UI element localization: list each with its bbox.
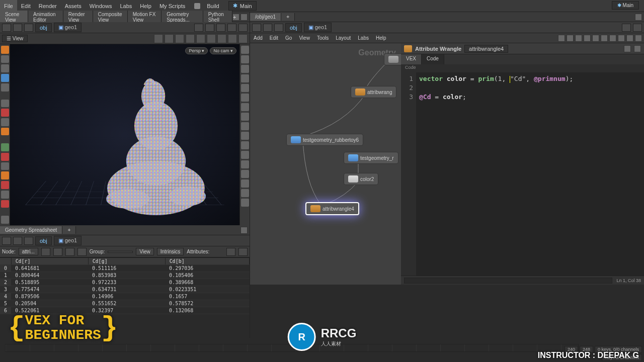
net-ico10-icon[interactable] (635, 35, 642, 42)
code-area[interactable]: 123 vector color = prim(1, "Cd", @primnu… (401, 72, 644, 276)
sheet-icon-pts[interactable] (41, 248, 50, 256)
tab-motionfx-view[interactable]: Motion FX View (128, 11, 162, 24)
table-row[interactable]: 30.7754740.6347310.0223351 (0, 286, 250, 293)
net-menu-tools[interactable]: Tools (313, 32, 332, 44)
net-ico4-icon[interactable] (584, 35, 591, 42)
nocam-pill[interactable]: No cam ▾ (210, 47, 236, 54)
timeline-start[interactable]: 240 (565, 346, 578, 353)
disp-tool11-icon[interactable] (241, 141, 249, 149)
disp-tool6-icon[interactable] (241, 94, 249, 102)
vp-tool5-icon[interactable] (196, 34, 205, 43)
vp-tool6-icon[interactable] (207, 34, 216, 43)
tool-select-icon[interactable] (1, 55, 9, 63)
code-body[interactable]: vector color = prim(1, "Cd", @primnum); … (416, 72, 644, 276)
view-dropdown[interactable]: ☰ View (2, 35, 28, 42)
tab-add-network[interactable]: + (281, 13, 295, 21)
viewport-3d[interactable]: Persp ▾ No cam ▾ (10, 44, 239, 225)
path-fwd-icon[interactable] (13, 24, 22, 32)
tool-light-icon[interactable] (1, 128, 9, 136)
disp-tool3-icon[interactable] (241, 65, 249, 73)
wrangle-name-field[interactable]: attribwrangle4 (464, 45, 508, 53)
tool-move-icon[interactable] (1, 64, 9, 72)
disp-tool13-icon[interactable] (241, 160, 249, 168)
timeline-keys[interactable]: 0 keys, 0/0 channels (595, 346, 642, 353)
net-ico6-icon[interactable] (601, 35, 608, 42)
sheet-icon-vtx[interactable] (65, 248, 74, 256)
tab-obj-geo1[interactable]: /obj/geo1 (250, 13, 281, 21)
tab-dropdown-icon[interactable] (240, 14, 248, 21)
table-row[interactable]: 60.5220610.323970.132068 (0, 307, 250, 314)
main-dropdown[interactable]: ✱ Main (228, 1, 257, 11)
vp-tool4-icon[interactable] (186, 34, 195, 43)
tool-arrow-icon[interactable] (1, 100, 9, 108)
tool-b-icon[interactable] (1, 153, 9, 161)
path-home-icon[interactable] (24, 24, 33, 32)
wrangle-gear-icon[interactable] (624, 45, 631, 52)
net-home-icon[interactable] (274, 24, 283, 32)
tab-geom-spreadsheet[interactable]: Geometry Spreads... (162, 11, 203, 24)
tab-add-icon[interactable]: + (232, 14, 239, 21)
col-cdr[interactable]: Cd[r] (11, 258, 88, 265)
tab-anim-editor[interactable]: Animation Editor (28, 11, 63, 24)
tab-scene-view[interactable]: Scene View (0, 11, 28, 24)
path-obj[interactable]: obj (35, 23, 52, 32)
sheet-fwd-icon[interactable] (13, 237, 22, 245)
path-opt5-icon[interactable] (238, 24, 248, 32)
tab-python-shell[interactable]: Python Shell (203, 11, 232, 24)
tool-a-icon[interactable] (1, 143, 9, 151)
wrangle-tab-vex[interactable]: VEX (401, 54, 422, 64)
sheet-filter-icon[interactable] (226, 248, 235, 256)
disp-tool5-icon[interactable] (241, 84, 249, 92)
disp-tool15-icon[interactable] (241, 179, 249, 188)
desktop-selector[interactable]: ✱ Main (612, 1, 639, 10)
node-editor[interactable]: Geometry attribwrang testgeometry_rubber… (250, 43, 401, 285)
node-attribwrangle4[interactable]: attribwrangle4 (305, 202, 359, 215)
net-ico8-icon[interactable] (618, 35, 625, 42)
table-row[interactable]: 10.8004640.8539830.105406 (0, 272, 250, 279)
node-color2[interactable]: color2 (344, 173, 378, 185)
vp-tool7-icon[interactable] (217, 34, 226, 43)
table-row[interactable]: 20.5188950.9722330.389668 (0, 279, 250, 286)
tool-f-icon[interactable] (1, 191, 9, 199)
net-opt-icon[interactable] (635, 14, 642, 21)
timeline-end[interactable]: 248 (580, 346, 593, 353)
persp-pill[interactable]: Persp ▾ (185, 47, 208, 54)
net-menu-layout[interactable]: Layout (332, 32, 354, 44)
vp-tool8-icon[interactable] (228, 34, 237, 43)
sheet-icon-det[interactable] (77, 248, 87, 256)
sheet-icon-prim[interactable] (53, 248, 62, 256)
sheet-intrinsics-drop[interactable]: Intrinsics (157, 248, 184, 255)
net-ico9-icon[interactable] (626, 35, 633, 42)
col-cdg[interactable]: Cd[g] (88, 258, 165, 265)
code-scrollbar[interactable] (404, 278, 612, 284)
tool-lock-icon[interactable] (1, 109, 9, 117)
sheet-opt-icon[interactable] (240, 227, 248, 234)
disp-tool1-icon[interactable] (241, 46, 249, 54)
disp-tool2-icon[interactable] (241, 55, 249, 63)
build-icon[interactable] (194, 3, 200, 9)
sheet-help-icon[interactable] (238, 248, 248, 256)
tool-c-icon[interactable] (1, 162, 9, 170)
sheet-geo1[interactable]: ▣ geo1 (54, 236, 82, 245)
path-opt3-icon[interactable] (216, 24, 225, 32)
net-ico5-icon[interactable] (592, 35, 599, 42)
tool-d-icon[interactable] (1, 171, 9, 179)
net-ico1-icon[interactable] (558, 35, 565, 42)
net-ico2-icon[interactable] (567, 35, 574, 42)
disp-tool8-icon[interactable] (241, 113, 249, 121)
tab-composite-view[interactable]: Composite View (93, 11, 128, 24)
col-cdb[interactable]: Cd[b] (165, 258, 249, 265)
disp-tool16-icon[interactable] (241, 189, 249, 197)
disp-tool4-icon[interactable] (241, 74, 249, 82)
disp-tool17-icon[interactable] (241, 199, 249, 207)
net-obj[interactable]: obj (285, 23, 302, 32)
tool-create-icon[interactable] (1, 46, 9, 54)
net-menu-view[interactable]: View (295, 32, 313, 44)
net-menu-help[interactable]: Help (372, 32, 390, 44)
timeline[interactable] (5, 344, 579, 352)
sheet-obj[interactable]: obj (35, 236, 52, 245)
wrangle-tab-code[interactable]: Code (422, 54, 444, 64)
tool-rotate-icon[interactable] (1, 83, 9, 92)
vp-tool9-icon[interactable] (238, 34, 248, 43)
net-back-icon[interactable] (252, 24, 261, 32)
